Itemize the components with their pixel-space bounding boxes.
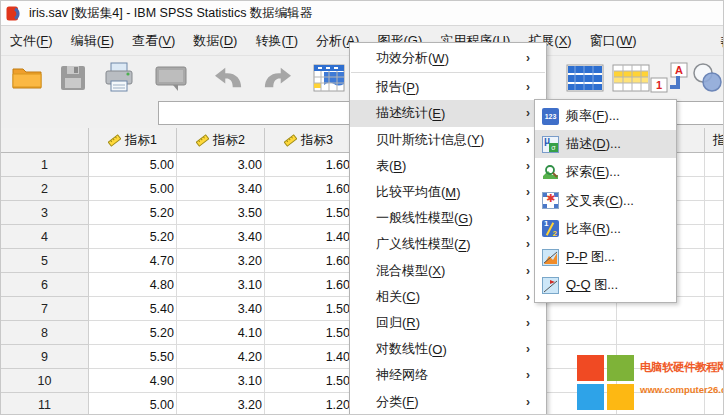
menu-item-classify[interactable]: 分类(F)› bbox=[350, 388, 546, 414]
save-icon[interactable] bbox=[53, 59, 93, 96]
menu-item-descriptive-statistics[interactable]: 描述统计(E)› bbox=[350, 100, 546, 126]
column-header-1[interactable]: 指标1 bbox=[89, 128, 177, 153]
qq-plot-icon bbox=[542, 277, 559, 294]
watermark: 电脑软硬件教程网 www.computer26.com bbox=[577, 355, 724, 411]
submenu-arrow-icon: › bbox=[526, 237, 530, 251]
watermark-url: www.computer26.com bbox=[640, 384, 724, 395]
scale-ruler-icon bbox=[196, 134, 209, 147]
submenu-arrow-icon: › bbox=[526, 80, 530, 94]
menu-item-compare-means[interactable]: 比较平均值(M)› bbox=[350, 179, 546, 205]
submenu-arrow-icon: › bbox=[526, 133, 530, 147]
column-header-partial[interactable]: 指 bbox=[705, 128, 724, 153]
menu-item-loglinear[interactable]: 对数线性(O)› bbox=[350, 336, 546, 362]
submenu-item-explore[interactable]: 探索(E)... bbox=[535, 158, 676, 186]
title-bar: iris.sav [数据集4] - IBM SPSS Statistics 数据… bbox=[1, 1, 724, 26]
menu-help[interactable]: 帮助(H) bbox=[711, 30, 724, 56]
explore-icon bbox=[542, 164, 559, 181]
menu-file[interactable]: 文件(F) bbox=[1, 28, 62, 54]
variable-sets-icon[interactable] bbox=[689, 59, 724, 96]
menu-item-reports[interactable]: 报告(P)› bbox=[350, 74, 546, 100]
menu-item-power-analysis[interactable]: 功效分析(W)› bbox=[350, 45, 546, 71]
recall-dialogs-icon[interactable] bbox=[151, 59, 191, 96]
descriptive-statistics-submenu: 123 频率(F)... μσ 描述(D)... 探索(E)... ✱ 交叉表(… bbox=[534, 99, 677, 303]
menu-item-correlate[interactable]: 相关(C)› bbox=[350, 284, 546, 310]
open-file-icon[interactable] bbox=[7, 59, 47, 96]
submenu-arrow-icon: › bbox=[526, 342, 530, 356]
submenu-arrow-icon: › bbox=[526, 185, 530, 199]
submenu-item-descriptives[interactable]: μσ 描述(D)... bbox=[535, 130, 676, 158]
submenu-item-ratio[interactable]: 12 比率(R)... bbox=[535, 215, 676, 243]
menu-item-general-linear-model[interactable]: 一般线性模型(G)› bbox=[350, 205, 546, 231]
redo-icon[interactable] bbox=[257, 59, 297, 96]
menu-window[interactable]: 窗口(W) bbox=[581, 28, 646, 54]
split-file-icon[interactable] bbox=[611, 59, 651, 96]
submenu-arrow-icon: › bbox=[526, 264, 530, 278]
menu-edit[interactable]: 编辑(E) bbox=[62, 28, 123, 54]
frequencies-icon: 123 bbox=[542, 108, 559, 125]
watermark-logo bbox=[577, 355, 635, 411]
submenu-arrow-icon: › bbox=[526, 159, 530, 173]
menu-transform[interactable]: 转换(T) bbox=[246, 28, 307, 54]
menu-item-bayesian-statistics[interactable]: 贝叶斯统计信息(Y)› bbox=[350, 127, 546, 153]
print-icon[interactable] bbox=[99, 59, 139, 96]
svg-text:1: 1 bbox=[656, 79, 662, 91]
menu-item-tables[interactable]: 表(B)› bbox=[350, 153, 546, 179]
descriptives-icon: μσ bbox=[542, 136, 559, 153]
menu-data[interactable]: 数据(D) bbox=[184, 28, 246, 54]
grid-corner-cell bbox=[1, 128, 89, 153]
menu-item-mixed-models[interactable]: 混合模型(X)› bbox=[350, 258, 546, 284]
submenu-arrow-icon: › bbox=[526, 51, 530, 65]
analyze-menu: 功效分析(W)› 报告(P)› 描述统计(E)› 贝叶斯统计信息(Y)› 表(B… bbox=[349, 42, 547, 415]
submenu-arrow-icon: › bbox=[526, 316, 530, 330]
menu-item-regression[interactable]: 回归(R)› bbox=[350, 310, 546, 336]
menu-item-neural-networks[interactable]: 神经网络› bbox=[350, 362, 546, 388]
goto-case-icon[interactable] bbox=[309, 59, 349, 96]
spss-app-icon bbox=[6, 5, 23, 22]
pp-plot-icon bbox=[542, 249, 559, 266]
svg-text:A: A bbox=[675, 64, 683, 76]
submenu-item-pp-plot[interactable]: P-P 图... bbox=[535, 243, 676, 271]
scale-ruler-icon bbox=[108, 134, 121, 147]
menu-item-generalized-linear-models[interactable]: 广义线性模型(Z)› bbox=[350, 231, 546, 257]
submenu-arrow-icon: › bbox=[526, 211, 530, 225]
scale-ruler-icon bbox=[284, 134, 297, 147]
submenu-arrow-icon: › bbox=[526, 290, 530, 304]
submenu-arrow-icon: › bbox=[526, 368, 530, 382]
window-title: iris.sav [数据集4] - IBM SPSS Statistics 数据… bbox=[29, 5, 312, 22]
submenu-item-qq-plot[interactable]: Q-Q 图... bbox=[535, 271, 676, 299]
crosstabs-icon: ✱ bbox=[542, 192, 559, 209]
value-labels-icon[interactable]: A1 bbox=[649, 59, 691, 96]
watermark-site-name: 电脑软硬件教程网 bbox=[640, 360, 724, 375]
submenu-item-crosstabs[interactable]: ✱ 交叉表(C)... bbox=[535, 187, 676, 215]
column-header-3[interactable]: 指标3 bbox=[265, 128, 353, 153]
column-header-2[interactable]: 指标2 bbox=[177, 128, 265, 153]
menu-view[interactable]: 查看(V) bbox=[123, 28, 184, 54]
undo-icon[interactable] bbox=[209, 59, 249, 96]
spss-window: iris.sav [数据集4] - IBM SPSS Statistics 数据… bbox=[0, 0, 724, 415]
insert-variable-icon[interactable] bbox=[565, 59, 605, 96]
submenu-arrow-icon: › bbox=[526, 106, 530, 120]
submenu-arrow-icon: › bbox=[526, 395, 530, 409]
menu-separator bbox=[351, 72, 545, 73]
ratio-icon: 12 bbox=[542, 220, 559, 237]
submenu-item-frequencies[interactable]: 123 频率(F)... bbox=[535, 102, 676, 130]
